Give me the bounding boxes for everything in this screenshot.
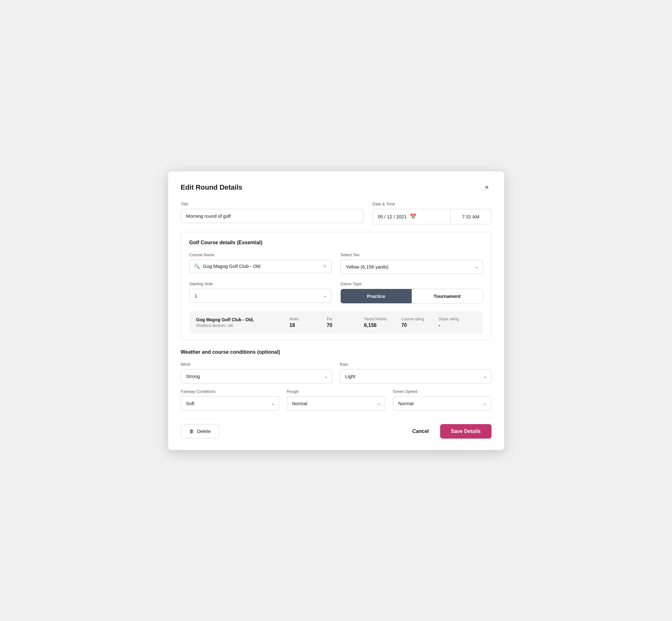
select-tee-wrapper: Yellow (6,156 yards) White Red Blue ⌄ (340, 260, 483, 274)
course-rating-stat: Course rating 70 (401, 317, 438, 328)
starting-hole-select[interactable]: 1234 5678 910 (189, 289, 332, 303)
game-type-label: Game Type (340, 282, 483, 286)
rough-select[interactable]: ShortNormalLongVery Long (287, 396, 385, 411)
course-yards-stat: Yards(Yellow) 6,156 (364, 317, 401, 328)
delete-button[interactable]: 🗑 Delete (181, 424, 219, 438)
cancel-button[interactable]: Cancel (406, 425, 435, 438)
delete-label: Delete (197, 428, 211, 434)
course-name-display: Gog Magog Golf Club - Old, (196, 317, 290, 322)
date-input[interactable]: 05 / 12 / 2021 📅 (373, 209, 451, 224)
weather-section-title: Weather and course conditions (optional) (181, 349, 492, 355)
wind-rain-row: Wind CalmLightModerate StrongVery Strong… (181, 362, 492, 383)
green-speed-label: Green Speed (393, 389, 491, 394)
footer-actions: Cancel Save Details (406, 424, 492, 439)
title-group: Title (181, 202, 364, 224)
title-input[interactable] (181, 209, 364, 223)
slope-label: Slope rating (438, 317, 459, 321)
title-datetime-row: Title Date & Time 05 / 12 / 2021 📅 7:31 … (181, 202, 492, 224)
select-tee-label: Select Tee (340, 252, 483, 257)
time-value: 7:31 AM (462, 214, 479, 219)
green-speed-group: Green Speed SlowNormalFastVery Fast ⌄ (393, 389, 491, 411)
search-icon: 🔍 (194, 263, 200, 269)
course-rating-label: Course rating (401, 317, 424, 321)
rain-label: Rain (340, 362, 492, 367)
course-name-field[interactable] (203, 263, 320, 269)
select-tee-group: Select Tee Yellow (6,156 yards) White Re… (340, 252, 483, 274)
edit-round-modal: Edit Round Details × Title Date & Time 0… (168, 171, 504, 450)
close-button[interactable]: × (482, 183, 492, 192)
slope-rating-stat: Slope rating - (438, 317, 476, 328)
par-value: 70 (327, 323, 332, 328)
fairway-select[interactable]: DryNormalSoftWet (181, 396, 279, 411)
course-par-stat: Par 70 (327, 317, 364, 328)
course-location: Shelford Bottom, UK (196, 323, 290, 328)
par-label: Par (327, 317, 333, 321)
green-speed-select-wrapper: SlowNormalFastVery Fast ⌄ (393, 396, 491, 411)
rain-select-wrapper: NoneLightModerateHeavy ⌄ (340, 369, 492, 383)
yards-label: Yards(Yellow) (364, 317, 387, 321)
course-name-input[interactable]: 🔍 ✕ (189, 260, 332, 273)
clear-icon[interactable]: ✕ (323, 263, 327, 269)
golf-course-title: Golf Course details (Essential) (189, 240, 483, 246)
game-type-toggle: Practice Tournament (340, 289, 483, 303)
date-time-wrapper: 05 / 12 / 2021 📅 7:31 AM (373, 209, 492, 224)
title-label: Title (181, 202, 364, 206)
wind-select[interactable]: CalmLightModerate StrongVery Strong (181, 369, 333, 383)
calendar-icon: 📅 (410, 213, 416, 220)
rain-select[interactable]: NoneLightModerateHeavy (340, 369, 492, 383)
course-rating-value: 70 (401, 323, 407, 328)
starting-hole-wrapper: 1234 5678 910 ⌄ (189, 289, 332, 303)
date-value: 05 / 12 / 2021 (378, 214, 407, 219)
course-info-name: Gog Magog Golf Club - Old, Shelford Bott… (196, 317, 290, 328)
datetime-group: Date & Time 05 / 12 / 2021 📅 7:31 AM (373, 202, 492, 224)
course-holes-stat: Holes 18 (289, 317, 327, 328)
wind-select-wrapper: CalmLightModerate StrongVery Strong ⌄ (181, 369, 333, 383)
holes-label: Holes (289, 317, 299, 321)
weather-section: Weather and course conditions (optional)… (181, 349, 492, 411)
rough-group: Rough ShortNormalLongVery Long ⌄ (287, 389, 385, 411)
footer-row: 🗑 Delete Cancel Save Details (181, 418, 492, 439)
course-tee-row: Course Name 🔍 ✕ Select Tee Yellow (6,156… (189, 252, 483, 274)
golf-course-section: Golf Course details (Essential) Course N… (181, 232, 492, 340)
time-input[interactable]: 7:31 AM (451, 209, 492, 224)
fairway-select-wrapper: DryNormalSoftWet ⌄ (181, 396, 279, 411)
course-name-label: Course Name (189, 252, 332, 257)
save-button[interactable]: Save Details (440, 424, 491, 439)
game-type-group: Game Type Practice Tournament (340, 282, 483, 303)
datetime-label: Date & Time (373, 202, 492, 206)
modal-header: Edit Round Details × (181, 183, 492, 192)
trash-icon: 🗑 (189, 428, 194, 434)
rough-select-wrapper: ShortNormalLongVery Long ⌄ (287, 396, 385, 411)
select-tee-input[interactable]: Yellow (6,156 yards) White Red Blue (340, 260, 483, 274)
practice-button[interactable]: Practice (341, 289, 412, 303)
rain-group: Rain NoneLightModerateHeavy ⌄ (340, 362, 492, 383)
wind-label: Wind (181, 362, 333, 367)
starting-hole-label: Starting Hole (189, 282, 332, 286)
rough-label: Rough (287, 389, 385, 394)
course-info-bar: Gog Magog Golf Club - Old, Shelford Bott… (189, 311, 483, 334)
wind-group: Wind CalmLightModerate StrongVery Strong… (181, 362, 333, 383)
tournament-button[interactable]: Tournament (412, 289, 483, 303)
slope-value: - (438, 323, 440, 328)
starting-hole-group: Starting Hole 1234 5678 910 ⌄ (189, 282, 332, 303)
yards-value: 6,156 (364, 323, 377, 328)
hole-gametype-row: Starting Hole 1234 5678 910 ⌄ Game Type … (189, 282, 483, 303)
modal-title: Edit Round Details (181, 183, 243, 192)
holes-value: 18 (289, 323, 295, 328)
course-name-group: Course Name 🔍 ✕ (189, 252, 332, 274)
fairway-label: Fairway Conditions (181, 389, 279, 394)
green-speed-select[interactable]: SlowNormalFastVery Fast (393, 396, 491, 411)
fairway-rough-green-row: Fairway Conditions DryNormalSoftWet ⌄ Ro… (181, 389, 492, 411)
fairway-group: Fairway Conditions DryNormalSoftWet ⌄ (181, 389, 279, 411)
